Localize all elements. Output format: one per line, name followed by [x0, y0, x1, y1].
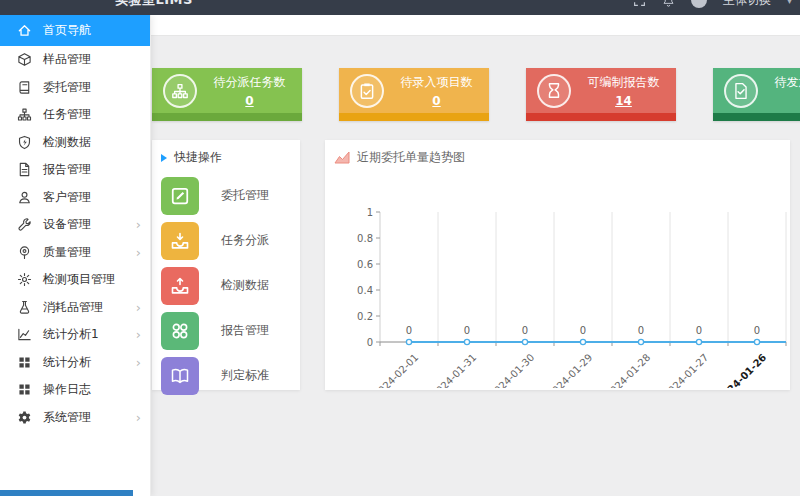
- quick-action-item[interactable]: 任务分派: [152, 218, 300, 263]
- trend-chart: 10.80.60.40.2000000002024-02-012024-01-3…: [325, 166, 790, 388]
- stat-card-value[interactable]: 0: [384, 94, 489, 108]
- tab-strip: [150, 15, 800, 36]
- sidebar-item-label: 样品管理: [43, 51, 91, 68]
- expand-icon[interactable]: [633, 0, 646, 7]
- stat-card-value[interactable]: 14: [571, 94, 676, 108]
- chevron-right-icon: ›: [136, 328, 141, 341]
- quick-action-label: 委托管理: [221, 187, 269, 204]
- chevron-right-icon: ›: [136, 356, 141, 369]
- sidebar-item-12[interactable]: 统计分析›: [0, 349, 150, 377]
- svg-text:0.8: 0.8: [357, 233, 373, 244]
- sidebar-item-label: 任务管理: [43, 106, 91, 123]
- sidebar-item-9[interactable]: 检测项目管理: [0, 266, 150, 294]
- user-icon: [17, 190, 32, 205]
- stat-card-value[interactable]: 0: [197, 94, 302, 108]
- circles-icon: [161, 312, 199, 350]
- trend-chart-panel: 近期委托单量趋势图 10.80.60.40.2000000002024-02-0…: [325, 140, 790, 390]
- sidebar-item-14[interactable]: 系统管理›: [0, 404, 150, 432]
- gear-solid-icon: [17, 410, 32, 425]
- sidebar-item-0[interactable]: 首页导航: [0, 15, 150, 46]
- sidebar: 首页导航样品管理委托管理任务管理检测数据报告管理客户管理设备管理›质量管理›检测…: [0, 15, 151, 496]
- sidebar-item-13[interactable]: 操作日志: [0, 376, 150, 404]
- sidebar-item-6[interactable]: 客户管理: [0, 184, 150, 212]
- target-icon: [17, 245, 32, 260]
- quick-action-item[interactable]: 委托管理: [152, 173, 300, 218]
- svg-text:1: 1: [367, 207, 373, 218]
- sidebar-item-3[interactable]: 任务管理: [0, 101, 150, 129]
- stat-card-label: 待分派任务数: [197, 74, 302, 91]
- svg-text:2024-01-26: 2024-01-26: [715, 352, 768, 388]
- bell-icon[interactable]: [662, 0, 675, 7]
- svg-text:0: 0: [754, 325, 760, 336]
- sitemap-icon: [163, 74, 197, 108]
- sidebar-item-2[interactable]: 委托管理: [0, 74, 150, 102]
- top-bar: 实验室LIMS 主体切换 ▾: [0, 0, 800, 15]
- sidebar-item-4[interactable]: 检测数据: [0, 129, 150, 157]
- area-chart-icon: [334, 151, 350, 164]
- inbox-down-icon: [161, 222, 199, 260]
- report-icon: [17, 162, 32, 177]
- sidebar-item-label: 系统管理: [43, 409, 91, 426]
- quick-actions-title: 快捷操作: [174, 149, 222, 166]
- stat-card[interactable]: 可编制报告数14: [526, 68, 676, 121]
- stat-cards: 待分派任务数0待录入项目数0可编制报告数14待发放报告数7: [152, 68, 800, 121]
- stat-card-value[interactable]: 7: [758, 94, 800, 108]
- quick-action-item[interactable]: 报告管理: [152, 308, 300, 353]
- svg-text:2024-01-30: 2024-01-30: [488, 352, 537, 388]
- edit-square-icon: [161, 177, 199, 215]
- flask-icon: [17, 300, 32, 315]
- sidebar-menu: 首页导航样品管理委托管理任务管理检测数据报告管理客户管理设备管理›质量管理›检测…: [0, 15, 150, 431]
- grid-icon: [17, 382, 32, 397]
- caret-right-icon: [161, 154, 167, 162]
- cube-icon: [17, 52, 32, 67]
- shield-icon: [17, 135, 32, 150]
- gear-icon: [17, 272, 32, 287]
- sidebar-item-label: 操作日志: [43, 381, 91, 398]
- user-menu-label[interactable]: 主体切换: [723, 0, 771, 9]
- sidebar-item-label: 客户管理: [43, 189, 91, 206]
- sidebar-item-7[interactable]: 设备管理›: [0, 211, 150, 239]
- stat-card[interactable]: 待录入项目数0: [339, 68, 489, 121]
- svg-text:2024-02-01: 2024-02-01: [372, 352, 421, 388]
- svg-text:0: 0: [367, 337, 373, 348]
- stat-card[interactable]: 待发放报告数7: [713, 68, 800, 121]
- book-icon: [17, 80, 32, 95]
- chevron-right-icon: ›: [136, 246, 141, 259]
- chevron-right-icon: ›: [136, 411, 141, 424]
- sidebar-item-label: 统计分析: [43, 354, 91, 371]
- wrench-icon: [17, 217, 32, 232]
- sidebar-item-5[interactable]: 报告管理: [0, 156, 150, 184]
- quick-action-item[interactable]: 检测数据: [152, 263, 300, 308]
- stat-card-label: 待录入项目数: [384, 74, 489, 91]
- caret-down-icon[interactable]: ▾: [787, 0, 792, 6]
- stat-card[interactable]: 待分派任务数0: [152, 68, 302, 121]
- open-book-icon: [161, 357, 199, 395]
- sidebar-item-11[interactable]: 统计分析1›: [0, 321, 150, 349]
- sidebar-item-1[interactable]: 样品管理: [0, 46, 150, 74]
- app-title: 实验室LIMS: [115, 0, 193, 9]
- trend-chart-title: 近期委托单量趋势图: [357, 149, 465, 166]
- sidebar-item-label: 设备管理: [43, 216, 91, 233]
- avatar[interactable]: [691, 0, 707, 8]
- sidebar-item-label: 质量管理: [43, 244, 91, 261]
- sidebar-item-label: 检测项目管理: [43, 271, 115, 288]
- inbox-up-icon: [161, 267, 199, 305]
- sidebar-item-label: 检测数据: [43, 134, 91, 151]
- sidebar-item-label: 委托管理: [43, 79, 91, 96]
- grid-icon: [17, 355, 32, 370]
- svg-text:0: 0: [406, 325, 412, 336]
- sidebar-item-8[interactable]: 质量管理›: [0, 239, 150, 267]
- quick-actions-header: 快捷操作: [152, 140, 300, 166]
- stat-card-label: 待发放报告数: [758, 74, 800, 91]
- quick-actions-panel: 快捷操作 委托管理任务分派检测数据报告管理判定标准: [152, 140, 300, 390]
- sidebar-collapse-strip[interactable]: [0, 490, 133, 496]
- stat-card-label: 可编制报告数: [571, 74, 676, 91]
- svg-text:0: 0: [696, 325, 702, 336]
- sidebar-item-10[interactable]: 消耗品管理›: [0, 294, 150, 322]
- svg-text:0: 0: [522, 325, 528, 336]
- quick-action-label: 检测数据: [221, 277, 269, 294]
- quick-action-item[interactable]: 判定标准: [152, 353, 300, 398]
- svg-text:0: 0: [638, 325, 644, 336]
- sidebar-item-label: 首页导航: [43, 22, 91, 39]
- file-check-icon: [724, 74, 758, 108]
